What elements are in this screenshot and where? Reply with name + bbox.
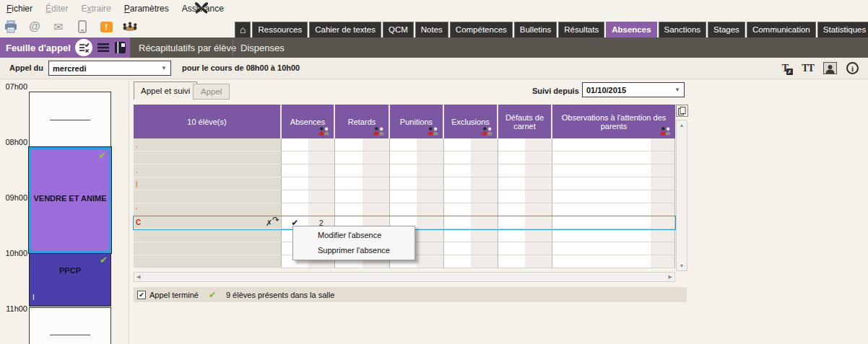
- checklist-view-button[interactable]: [75, 39, 92, 56]
- cancel-absence-icon[interactable]: ✗↷: [266, 218, 279, 228]
- call-done-check-icon: ✔: [98, 150, 106, 161]
- hour-label: 09h00: [1, 193, 27, 202]
- presence-status: 9 élèves présents dans la salle: [226, 291, 334, 299]
- copy-table-button[interactable]: [676, 105, 688, 117]
- student-photo-icon[interactable]: [822, 60, 838, 76]
- tab-appel[interactable]: Appel: [193, 84, 230, 100]
- vertical-scrollbar[interactable]: ▲ ▼: [676, 120, 687, 271]
- table-header-row: 10 élève(s) Absences Retards Punitions E…: [134, 105, 675, 138]
- hour-label: 11h00: [1, 304, 27, 313]
- day-select[interactable]: mercredi▼: [48, 61, 171, 76]
- panel-divider: [129, 79, 129, 344]
- scroll-up-icon[interactable]: ▲: [677, 123, 687, 128]
- top-tab-bar: ⌂ Ressources Cahier de textes QCM Notes …: [235, 22, 868, 38]
- col-retards[interactable]: Retards: [335, 105, 390, 138]
- col-defauts-carnet[interactable]: Défauts de carnet: [498, 105, 552, 138]
- meeting-icon[interactable]: [122, 19, 138, 35]
- course-block-marker: I: [32, 294, 35, 301]
- menu-bar: Fichier Éditer Extraire Paramètres Assis…: [0, 0, 868, 17]
- section-feuille-dappel[interactable]: Feuille d'appel: [0, 38, 130, 58]
- appel-termine-label: Appel terminé: [149, 291, 199, 299]
- table-row[interactable]: [134, 190, 675, 203]
- section-recapitulatifs[interactable]: Récapitulatifs par élève: [131, 38, 243, 58]
- tab-sanctions[interactable]: Sanctions: [659, 22, 707, 38]
- tab-appel-et-suivi[interactable]: Appel et suivi: [134, 81, 197, 100]
- call-status-bar: ✔ Appel terminé ✔ 9 élèves présents dans…: [134, 287, 687, 302]
- application-window: Fichier Éditer Extraire Paramètres Assis…: [0, 0, 868, 344]
- table-row[interactable]: .: [134, 138, 675, 151]
- mobile-phone-icon[interactable]: [74, 19, 90, 35]
- tab-bulletins[interactable]: Bulletins: [514, 22, 557, 38]
- tab-resultats[interactable]: Résultats: [558, 22, 604, 38]
- list-view-button[interactable]: [97, 43, 110, 53]
- tab-qcm[interactable]: QCM: [383, 22, 414, 38]
- students-pair-icon: [480, 126, 495, 137]
- tab-ressources[interactable]: Ressources: [252, 22, 308, 38]
- appel-du-label: Appel du: [9, 63, 43, 72]
- scroll-right-icon[interactable]: ▶: [669, 274, 672, 280]
- tab-competences[interactable]: Compétences: [450, 22, 513, 38]
- hour-label: 08h00: [1, 138, 27, 146]
- empty-timeslot[interactable]: [29, 92, 111, 147]
- col-observations[interactable]: Observations à l'attention des parents: [552, 105, 675, 138]
- menu-parametres[interactable]: Paramètres: [118, 1, 175, 17]
- filter-bar: Appel du mercredi▼ pour le cours de 08h0…: [0, 58, 868, 79]
- butterfly-logo-icon: [194, 1, 209, 17]
- home-icon: ⌂: [240, 24, 246, 35]
- empty-timeslot[interactable]: [29, 307, 111, 344]
- scroll-down-icon[interactable]: ▼: [677, 263, 687, 268]
- table-row[interactable]: .: [134, 164, 675, 177]
- students-pair-icon: [317, 126, 331, 137]
- menu-editer: Éditer: [39, 1, 74, 17]
- toolbar: @ ✉ ! ⌂ Ressources Cahier de textes QCM …: [0, 17, 868, 38]
- main-content: 07h00 08h00 09h00 10h00 11h00 ✔ VENDRE E…: [0, 79, 868, 344]
- context-menu: Modifier l'absence Supprimer l'absence: [292, 226, 415, 260]
- tab-absences[interactable]: Absences: [606, 22, 656, 38]
- suivi-date-select[interactable]: 01/10/2015▼: [582, 82, 685, 97]
- horizontal-scrollbar[interactable]: ◀ ▶: [134, 272, 675, 282]
- students-pair-icon: [659, 126, 673, 137]
- scroll-left-icon[interactable]: ◀: [136, 274, 140, 280]
- tab-notes[interactable]: Notes: [415, 22, 448, 38]
- hour-label: 10h00: [1, 249, 27, 257]
- tab-communication[interactable]: Communication: [747, 22, 816, 38]
- tab-stages[interactable]: Stages: [708, 22, 745, 38]
- remove-text-format-icon[interactable]: T✗: [777, 60, 794, 76]
- section-dispenses[interactable]: Dispenses: [233, 38, 292, 58]
- hour-label: 07h00: [1, 82, 27, 91]
- suivi-depuis-label: Suivi depuis: [532, 87, 579, 95]
- info-icon[interactable]: i: [844, 60, 861, 76]
- table-row[interactable]: [134, 151, 675, 164]
- course-block-label: PPCP: [30, 266, 110, 275]
- print-icon[interactable]: [3, 19, 19, 35]
- chevron-down-icon: ▼: [161, 65, 167, 71]
- students-pair-icon: [426, 126, 440, 137]
- menu-item-supprimer-absence[interactable]: Supprimer l'absence: [293, 243, 415, 258]
- chevron-down-icon: ▼: [674, 87, 680, 93]
- menu-item-modifier-absence[interactable]: Modifier l'absence: [293, 228, 415, 243]
- course-block-vendre[interactable]: ✔ VENDRE ET ANIME: [29, 147, 111, 253]
- col-punitions[interactable]: Punitions: [390, 105, 444, 138]
- at-email-icon[interactable]: @: [27, 19, 43, 35]
- table-row[interactable]: |: [134, 177, 675, 190]
- call-done-check-icon: ✔: [100, 255, 108, 265]
- alert-bubble-icon[interactable]: !: [98, 19, 114, 35]
- tab-cahier-de-textes[interactable]: Cahier de textes: [309, 22, 381, 38]
- table-row[interactable]: ': [134, 203, 675, 216]
- course-block-ppcp[interactable]: ✔ PPCP I: [29, 253, 111, 306]
- students-pair-icon: [372, 126, 386, 137]
- menu-fichier[interactable]: Fichier: [0, 1, 39, 17]
- section-bar: Feuille d'appel Récapitulatifs par élève…: [0, 38, 868, 58]
- col-exclusions[interactable]: Exclusions: [444, 105, 498, 138]
- tab-home[interactable]: ⌂: [235, 22, 251, 38]
- envelope-icon[interactable]: ✉: [51, 19, 66, 35]
- tab-statistiques[interactable]: Statistiques: [817, 22, 868, 38]
- appel-termine-checkbox[interactable]: ✔: [137, 291, 146, 299]
- notebook-view-button[interactable]: [114, 41, 126, 54]
- green-check-icon: ✔: [209, 290, 216, 300]
- col-students[interactable]: 10 élève(s): [134, 105, 282, 138]
- section-title: Feuille d'appel: [0, 43, 71, 53]
- col-absences[interactable]: Absences: [282, 105, 335, 138]
- menu-extraire: Extraire: [74, 1, 117, 17]
- font-size-icon[interactable]: TT: [799, 60, 816, 76]
